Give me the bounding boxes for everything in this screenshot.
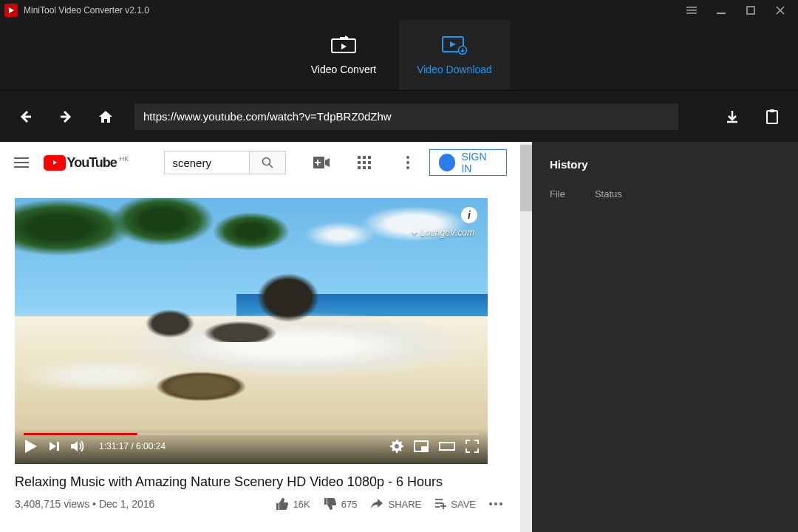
back-button[interactable]	[15, 106, 37, 128]
svg-rect-37	[368, 166, 371, 169]
download-icon	[441, 35, 468, 55]
scrollbar[interactable]	[520, 142, 532, 532]
settings-icon[interactable]	[390, 440, 403, 453]
search-button[interactable]	[249, 151, 286, 174]
svg-marker-42	[25, 440, 37, 453]
more-icon[interactable]	[399, 154, 416, 171]
hamburger-icon[interactable]	[13, 154, 30, 171]
svg-point-46	[395, 444, 399, 449]
svg-rect-31	[368, 156, 371, 159]
fullscreen-icon[interactable]	[466, 440, 479, 453]
svg-marker-11	[450, 41, 456, 47]
video-metadata: Relaxing Music with Amazing Nature Scene…	[0, 464, 517, 511]
history-col-file: File	[550, 188, 565, 200]
browser-toolbar	[0, 90, 798, 142]
search-input[interactable]	[164, 151, 249, 174]
video-player[interactable]: i ✦ LoungeV.com 1:31:17 / 6:00:24	[15, 198, 488, 464]
dislike-button[interactable]: 675	[324, 497, 358, 511]
theater-icon[interactable]	[439, 440, 455, 452]
svg-rect-18	[770, 109, 774, 112]
svg-marker-43	[50, 442, 56, 451]
svg-rect-28	[315, 162, 321, 163]
download-button[interactable]	[721, 106, 743, 128]
time-display: 1:31:17 / 6:00:24	[99, 441, 166, 451]
svg-rect-5	[747, 7, 754, 14]
share-button[interactable]: SHARE	[370, 498, 421, 510]
svg-rect-49	[440, 443, 454, 450]
svg-rect-17	[767, 111, 777, 123]
url-input[interactable]	[134, 103, 678, 130]
tab-video-convert[interactable]: Video Convert	[288, 20, 399, 90]
info-icon[interactable]: i	[461, 207, 477, 223]
home-button[interactable]	[95, 106, 117, 128]
window-title: MiniTool Video Converter v2.1.0	[24, 5, 684, 16]
menu-icon[interactable]	[684, 3, 699, 18]
main-tabs: Video Convert Video Download	[0, 20, 798, 90]
create-video-icon[interactable]	[313, 154, 330, 171]
avatar-icon	[439, 154, 455, 171]
svg-rect-20	[14, 162, 29, 163]
svg-line-24	[269, 164, 273, 168]
history-col-status: Status	[595, 188, 622, 200]
next-button[interactable]	[49, 440, 61, 452]
svg-rect-48	[421, 446, 427, 451]
svg-marker-45	[71, 441, 78, 451]
svg-point-57	[499, 502, 502, 505]
watermark: ✦ LoungeV.com	[410, 228, 474, 238]
like-button[interactable]: 16K	[276, 497, 310, 511]
player-controls: 1:31:17 / 6:00:24	[15, 429, 488, 464]
app-logo	[4, 4, 18, 17]
close-button[interactable]	[773, 3, 788, 18]
save-button[interactable]: SAVE	[434, 498, 476, 510]
maximize-button[interactable]	[743, 3, 758, 18]
svg-marker-9	[341, 44, 347, 50]
svg-point-39	[406, 161, 409, 164]
svg-point-40	[406, 166, 409, 169]
svg-rect-29	[358, 156, 361, 159]
tab-label: Video Download	[417, 64, 492, 75]
svg-marker-26	[325, 158, 330, 167]
svg-point-55	[489, 502, 492, 505]
svg-rect-44	[57, 442, 59, 451]
video-title: Relaxing Music with Amazing Nature Scene…	[15, 474, 502, 490]
history-pane: History File Status	[532, 142, 798, 532]
svg-rect-4	[717, 13, 726, 14]
svg-point-38	[406, 156, 409, 159]
svg-rect-33	[363, 161, 366, 164]
svg-rect-36	[363, 166, 366, 169]
svg-rect-32	[358, 161, 361, 164]
svg-rect-3	[686, 13, 697, 14]
svg-marker-0	[9, 7, 14, 13]
apps-icon[interactable]	[356, 154, 373, 171]
history-title: History	[550, 158, 780, 171]
svg-rect-2	[686, 10, 697, 11]
video-stats: 3,408,715 views • Dec 1, 2016	[15, 498, 276, 510]
signin-button[interactable]: SIGN IN	[429, 149, 507, 176]
more-actions-icon[interactable]	[489, 502, 502, 505]
minimize-button[interactable]	[714, 3, 729, 18]
forward-button[interactable]	[55, 106, 77, 128]
history-columns: File Status	[550, 188, 780, 200]
svg-marker-22	[53, 160, 57, 165]
play-button[interactable]	[24, 438, 38, 454]
youtube-header: YouTube HK SIGN IN	[0, 142, 532, 183]
browser-pane: YouTube HK SIGN IN	[0, 142, 532, 532]
miniplayer-icon[interactable]	[414, 440, 429, 452]
tab-video-download[interactable]: Video Download	[399, 20, 510, 90]
svg-point-56	[494, 502, 497, 505]
svg-rect-21	[14, 166, 29, 168]
clipboard-button[interactable]	[761, 106, 783, 128]
svg-rect-30	[363, 156, 366, 159]
volume-button[interactable]	[71, 440, 86, 453]
svg-point-41	[445, 159, 449, 163]
titlebar: MiniTool Video Converter v2.1.0	[0, 0, 798, 20]
youtube-logo[interactable]: YouTube HK	[44, 155, 129, 171]
svg-rect-35	[358, 166, 361, 169]
svg-rect-19	[14, 157, 29, 159]
svg-rect-1	[686, 7, 697, 8]
main-content: YouTube HK SIGN IN	[0, 142, 798, 532]
convert-icon	[330, 35, 357, 55]
search-box	[164, 151, 286, 174]
tab-label: Video Convert	[311, 64, 376, 75]
svg-rect-34	[368, 161, 371, 164]
